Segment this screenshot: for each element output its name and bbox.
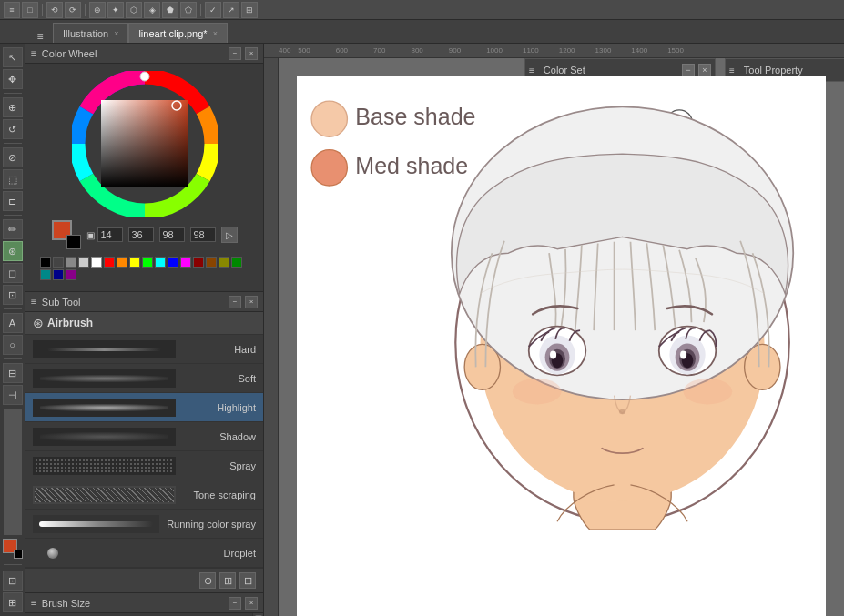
palette-swatch-black[interactable]	[40, 257, 51, 268]
color-wheel-section: ≡ Color Wheel − ×	[25, 44, 263, 292]
hue-label: ▣	[86, 230, 95, 240]
brush-running-color-spray-label: Running color spray	[167, 519, 256, 530]
tool-brush[interactable]: ⊛	[3, 241, 23, 261]
ruler-mark-800: 800	[411, 46, 422, 55]
brush-soft[interactable]: Soft	[25, 364, 263, 393]
check-icon[interactable]: ✓	[205, 2, 221, 18]
shape-icon[interactable]: ⬠	[180, 2, 197, 18]
tool-eraser[interactable]: ◻	[3, 263, 23, 283]
tab-lineart[interactable]: lineart clip.png* ×	[128, 23, 227, 43]
subtool-bottom-toolbar: ⊕ ⊞ ⊟	[25, 568, 263, 592]
palette-swatch-orange[interactable]	[117, 257, 127, 268]
brush-running-color-spray[interactable]: Running color spray	[25, 510, 263, 539]
palette-swatch-purple[interactable]	[66, 269, 76, 280]
hue-cursor[interactable]	[140, 72, 149, 81]
new-icon[interactable]: □	[22, 2, 38, 18]
tab-illustration[interactable]: Illustration ×	[53, 23, 128, 43]
brush-size-header: ≡ Brush Size − ×	[25, 593, 263, 613]
tool-extra2[interactable]: ⊞	[3, 592, 23, 612]
tool-text[interactable]: A	[3, 313, 23, 333]
canvas-area[interactable]: 400 500 600 700 800 900 1000 1100 1200 1…	[264, 44, 844, 616]
brushsize-minimize[interactable]: −	[229, 597, 241, 610]
bg-swatch[interactable]	[66, 235, 81, 249]
palette-swatch-darkblue[interactable]	[53, 269, 64, 280]
color-square-dark[interactable]	[101, 100, 188, 187]
alpha-input[interactable]	[190, 227, 216, 242]
redo-icon[interactable]: ⟳	[65, 2, 81, 18]
crop-icon[interactable]: ◈	[144, 2, 160, 18]
fg-color-swatch[interactable]	[3, 539, 23, 559]
subtool-minimize[interactable]: −	[229, 296, 241, 308]
color-wheel-minimize[interactable]: −	[229, 47, 241, 60]
palette-swatch-green[interactable]	[142, 257, 153, 268]
brush-droplet[interactable]: Droplet	[25, 539, 263, 568]
ruler-mark-1000: 1000	[486, 46, 503, 55]
grid-icon[interactable]: ⊞	[241, 2, 258, 18]
bright-value	[159, 227, 185, 242]
subtool-add-btn[interactable]: ⊕	[199, 572, 216, 589]
tool-move[interactable]: ✥	[3, 69, 23, 89]
lasso-icon[interactable]: ⬡	[126, 2, 142, 18]
bright-input[interactable]	[159, 227, 185, 242]
subtool-title: Sub Tool	[36, 297, 229, 308]
undo-icon[interactable]: ⟲	[46, 2, 63, 18]
palette-swatch-darkgray[interactable]	[53, 257, 64, 268]
tool-select[interactable]: ⬚	[3, 169, 23, 189]
tool-shape[interactable]: ○	[3, 335, 23, 355]
color-wheel-close[interactable]: ×	[245, 47, 258, 60]
color-wheel-area: ▣ ▷	[25, 64, 263, 291]
tool-cursor[interactable]: ↖	[3, 47, 23, 67]
palette-swatch-gray[interactable]	[66, 257, 76, 268]
tab-illustration-close[interactable]: ×	[114, 29, 118, 38]
tool-layer[interactable]: ⊟	[3, 363, 23, 383]
transform-icon[interactable]: ⊕	[89, 2, 106, 18]
tool-rotate[interactable]: ↺	[3, 119, 23, 139]
palette-swatch-cyan[interactable]	[155, 257, 166, 268]
color-wheel-svg[interactable]	[72, 71, 218, 217]
palette-swatch-lightgray[interactable]	[78, 257, 89, 268]
canvas-content[interactable]: ≡ Color Set − × ≡ Tool Property − × Base…	[279, 58, 844, 616]
brushsize-close[interactable]: ×	[245, 597, 258, 610]
base-shade-text: Base shade	[355, 103, 475, 128]
color-wheel-container[interactable]	[72, 71, 218, 217]
palette-swatch-teal[interactable]	[40, 269, 51, 280]
tool-lasso[interactable]: ⊏	[3, 191, 23, 211]
subtool-copy-btn[interactable]: ⊞	[219, 572, 236, 589]
ruler-icon[interactable]: ⬟	[162, 2, 178, 18]
color-picker-btn[interactable]: ▷	[221, 227, 238, 243]
tool-fill[interactable]: ⊡	[3, 285, 23, 305]
color-swatches[interactable]	[52, 220, 81, 249]
illustration-svg: Base shade Med shade	[297, 60, 826, 617]
tool-eyedrop[interactable]: ⊘	[3, 147, 23, 167]
arrow-icon[interactable]: ↗	[223, 2, 239, 18]
brush-tone-scraping[interactable]: Tone scraping	[25, 480, 263, 510]
color-wheel-header: ≡ Color Wheel − ×	[25, 44, 263, 64]
palette-swatch-brown[interactable]	[206, 257, 217, 268]
tool-zoom[interactable]: ⊕	[3, 97, 23, 117]
menu-icon[interactable]: ≡	[4, 2, 20, 18]
brush-hard[interactable]: Hard	[25, 335, 263, 364]
ruler-mark-900: 900	[449, 46, 461, 55]
palette-swatch-yellow[interactable]	[129, 257, 140, 268]
tab-menu-btn[interactable]: ≡	[27, 30, 53, 43]
palette-swatch-magenta[interactable]	[180, 257, 191, 268]
brush-spray[interactable]: Spray	[25, 451, 263, 480]
subtool-close[interactable]: ×	[245, 296, 258, 308]
palette-swatch-olive[interactable]	[219, 257, 229, 268]
palette-swatch-red[interactable]	[104, 257, 115, 268]
palette-swatch-darkgreen[interactable]	[231, 257, 242, 268]
sat-input[interactable]	[128, 227, 154, 242]
tab-lineart-close[interactable]: ×	[213, 29, 218, 38]
palette-swatch-white[interactable]	[91, 257, 102, 268]
tool-pen[interactable]: ✏	[3, 219, 23, 239]
subtool-delete-btn[interactable]: ⊟	[239, 572, 256, 589]
tool-extra1[interactable]: ⊡	[3, 571, 23, 591]
brush-shadow[interactable]: Shadow	[25, 422, 263, 451]
hue-input[interactable]	[97, 227, 123, 242]
palette-swatch-darkred[interactable]	[193, 257, 204, 268]
illustration-canvas[interactable]: Base shade Med shade	[297, 76, 826, 616]
palette-swatch-blue[interactable]	[168, 257, 178, 268]
brush-highlight[interactable]: Highlight	[25, 393, 263, 422]
tool-ruler[interactable]: ⊣	[3, 385, 23, 405]
select-icon[interactable]: ✦	[107, 2, 124, 18]
